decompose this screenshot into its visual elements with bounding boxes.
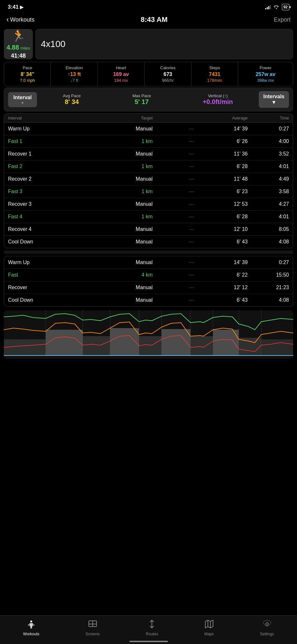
section-divider [4, 251, 293, 253]
row-dashes: --- [153, 151, 194, 157]
th-time: Time [248, 116, 289, 120]
row-dashes: --- [153, 226, 194, 232]
row-time: 4:49 [248, 176, 289, 182]
row-dashes: --- [153, 189, 194, 194]
intervals-label: Intervals [263, 94, 284, 99]
vertical-label: Vertical (↑) [203, 93, 233, 98]
th-interval: Interval [8, 116, 91, 120]
row-dashes: --- [153, 285, 194, 290]
interval-metrics: Avg Pace 8' 34 Max Pace 5' 17 Vertical (… [37, 93, 259, 106]
chevron-down-icon: ▼ [21, 101, 24, 105]
row-dashes: --- [153, 138, 194, 144]
tab-maps[interactable]: Maps [204, 620, 214, 636]
vertical-group: Vertical (↑) +0.0ft/min [203, 93, 233, 106]
row-name: Warm Up [8, 126, 91, 132]
row-time: 4:01 [248, 164, 289, 169]
interval-dropdown[interactable]: Interval ▼ [8, 92, 37, 107]
row-name: Fast 2 [8, 164, 91, 169]
stat-heart: Heart 169 av 194 mx [98, 62, 144, 86]
calories-label: Calories [147, 65, 188, 70]
routes-icon [147, 620, 156, 630]
svg-rect-16 [190, 336, 213, 355]
row-target: Manual [91, 239, 153, 245]
svg-rect-14 [139, 336, 162, 355]
th-target: Target [91, 116, 153, 120]
nav-title: 8:43 AM [141, 15, 168, 24]
workouts-icon [27, 620, 36, 630]
interval-table: Interval Target Average Time Warm Up Man… [4, 113, 293, 248]
svg-rect-13 [110, 328, 139, 355]
stat-calories: Calories 673 966/hr [144, 62, 191, 86]
table-row: Warm Up Manual --- 14' 39 0:27 [4, 123, 293, 135]
elevation-down: ↓7 ft [53, 78, 95, 83]
row-time: 0:27 [248, 260, 289, 265]
table-row: Fast 2 1 km --- 6' 28 4:01 [4, 160, 293, 173]
max-pace-value: 5' 17 [132, 98, 151, 106]
vertical-value: +0.0ft/min [203, 98, 233, 106]
tab-screens[interactable]: Screens [86, 620, 100, 636]
stat-steps: Steps 7431 178/min [191, 62, 238, 86]
run-icon: 🏃 [11, 29, 26, 43]
tab-maps-label: Maps [204, 632, 214, 636]
row-name: Recover 4 [8, 226, 91, 232]
svg-rect-11 [46, 330, 83, 355]
row-time: 4:08 [248, 297, 289, 303]
row-dashes: --- [153, 176, 194, 182]
row-time: 3:58 [248, 189, 289, 194]
battery-icon: 92 [282, 4, 289, 10]
chevron-left-icon: ‹ [6, 15, 9, 24]
tab-workouts[interactable]: Workouts [23, 620, 39, 636]
svg-line-23 [31, 627, 32, 629]
tab-routes-label: Routes [146, 632, 158, 636]
tab-settings[interactable]: Settings [260, 620, 274, 636]
row-avg: 14' 39 [194, 260, 248, 265]
row-dashes: --- [153, 126, 194, 132]
elevation-up: ↑13 ft [53, 71, 95, 77]
row-name: Fast [8, 272, 91, 278]
row-target: Manual [91, 151, 153, 157]
elevation-label: Elevation [53, 65, 95, 70]
svg-point-32 [266, 623, 268, 625]
power-label: Power [241, 65, 290, 70]
row-dashes: --- [153, 164, 194, 169]
pace-label: Pace [7, 65, 48, 70]
row-time: 21:23 [248, 285, 289, 290]
tab-screens-label: Screens [86, 632, 100, 636]
tab-settings-label: Settings [260, 632, 274, 636]
tab-routes[interactable]: Routes [146, 620, 158, 636]
back-button[interactable]: ‹ Workouts [6, 15, 34, 24]
table-row: Fast 4 1 km --- 6' 28 4:01 [4, 211, 293, 223]
row-dashes: --- [153, 260, 194, 265]
pace-sub: 7.0 mph [7, 78, 48, 83]
workout-name: 4x100 [35, 29, 293, 59]
interval-label: Interval [14, 95, 32, 100]
table-row: Cool Down Manual --- 6' 43 4:08 [4, 294, 293, 306]
power-avg: 257w av [241, 71, 290, 77]
time-display: 3:41 [8, 4, 19, 10]
table-row: Warm Up Manual --- 14' 39 0:27 [4, 256, 293, 269]
power-max: 398w mx [241, 78, 290, 83]
row-avg: 12' 10 [194, 226, 248, 232]
steps-rate: 178/min [194, 78, 235, 83]
chevron-down-icon-2: ▼ [271, 99, 276, 105]
row-name: Cool Down [8, 297, 91, 303]
row-target: 1 km [91, 164, 153, 169]
row-name: Warm Up [8, 260, 91, 265]
screens-icon [88, 620, 97, 630]
intervals-dropdown[interactable]: Intervals ▼ [259, 91, 289, 108]
stat-power: Power 257w av 398w mx [238, 62, 293, 86]
calories-rate: 966/hr [147, 78, 188, 83]
row-target: Manual [91, 201, 153, 207]
row-dashes: --- [153, 239, 194, 245]
table-header: Interval Target Average Time [4, 114, 293, 123]
row-name: Fast 4 [8, 214, 91, 220]
row-avg: 11' 36 [194, 151, 248, 157]
back-label: Workouts [10, 16, 34, 23]
steps-value: 7431 [194, 71, 235, 77]
row-name: Recover [8, 285, 91, 290]
export-button[interactable]: Export [274, 16, 291, 23]
row-name: Recover 3 [8, 201, 91, 207]
row-dashes: --- [153, 272, 194, 278]
row-time: 4:00 [248, 138, 289, 144]
table-row: Recover 4 Manual --- 12' 10 8:05 [4, 223, 293, 236]
